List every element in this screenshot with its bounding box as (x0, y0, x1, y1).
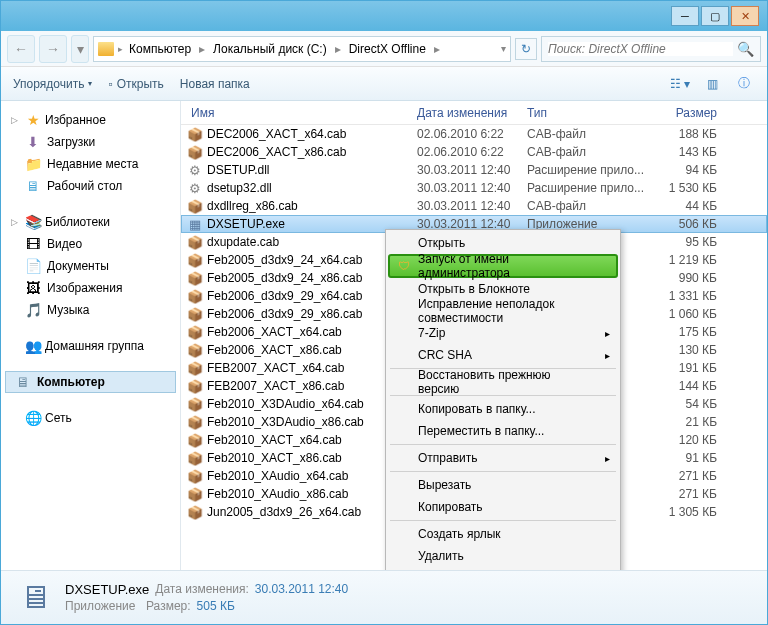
file-size: 94 КБ (657, 163, 717, 177)
search-input[interactable] (548, 42, 733, 56)
homegroup-icon: 👥 (25, 338, 41, 354)
computer-icon: 🖥 (15, 374, 31, 390)
homegroup[interactable]: 👥Домашняя группа (5, 335, 176, 357)
close-button[interactable]: ✕ (731, 6, 759, 26)
file-name: dsetup32.dll (207, 181, 417, 195)
music-icon: 🎵 (25, 302, 41, 318)
help-button[interactable]: ⓘ (733, 75, 755, 93)
file-row[interactable]: 📦DEC2006_XACT_x64.cab02.06.2010 6:22CAB-… (181, 125, 767, 143)
sidebar-item-music[interactable]: 🎵Музыка (5, 299, 176, 321)
breadcrumb[interactable]: DirectX Offline (347, 42, 428, 56)
navigation-bar: ← → ▾ ▸ Компьютер ▸ Локальный диск (C:) … (1, 31, 767, 67)
new-folder-button[interactable]: Новая папка (180, 77, 250, 91)
sidebar-item-downloads[interactable]: ⬇Загрузки (5, 131, 176, 153)
recent-icon: 📁 (25, 156, 41, 172)
breadcrumb[interactable]: Локальный диск (C:) (211, 42, 329, 56)
ctx-open[interactable]: Открыть (388, 232, 618, 254)
cab-icon: 📦 (187, 252, 203, 268)
details-date-label: Дата изменения: (155, 582, 249, 597)
ctx-cut[interactable]: Вырезать (388, 474, 618, 496)
col-name[interactable]: Имя (187, 106, 417, 120)
star-icon: ★ (25, 112, 41, 128)
libraries-group[interactable]: ▷📚Библиотеки (5, 211, 176, 233)
file-type: Расширение прило... (527, 163, 657, 177)
ctx-move-to[interactable]: Переместить в папку... (388, 420, 618, 442)
file-row[interactable]: 📦dxdllreg_x86.cab30.03.2011 12:40CAB-фай… (181, 197, 767, 215)
cab-icon: 📦 (187, 342, 203, 358)
cab-icon: 📦 (187, 360, 203, 376)
file-name: dxdllreg_x86.cab (207, 199, 417, 213)
ctx-crc[interactable]: CRC SHA (388, 344, 618, 366)
cab-icon: 📦 (187, 198, 203, 214)
organize-button[interactable]: Упорядочить (13, 77, 92, 91)
open-button[interactable]: ▫Открыть (108, 77, 163, 91)
maximize-button[interactable]: ▢ (701, 6, 729, 26)
details-size-label: Размер: (146, 599, 191, 613)
favorites-group[interactable]: ▷★Избранное (5, 109, 176, 131)
folder-icon (98, 42, 114, 56)
file-size: 95 КБ (657, 235, 717, 249)
file-size: 1 219 КБ (657, 253, 717, 267)
details-filename: DXSETUP.exe (65, 582, 149, 597)
ctx-send-to[interactable]: Отправить (388, 447, 618, 469)
details-size: 505 КБ (197, 599, 235, 613)
context-menu: Открыть 🛡Запуск от имени администратора … (385, 229, 621, 570)
file-type: CAB-файл (527, 199, 657, 213)
chevron-right-icon: ▸ (432, 42, 442, 56)
ctx-shortcut[interactable]: Создать ярлык (388, 523, 618, 545)
ctx-7zip[interactable]: 7-Zip (388, 322, 618, 344)
file-size: 1 530 КБ (657, 181, 717, 195)
details-type: Приложение (65, 599, 140, 613)
file-row[interactable]: 📦DEC2006_XACT_x86.cab02.06.2010 6:22CAB-… (181, 143, 767, 161)
refresh-button[interactable]: ↻ (515, 38, 537, 60)
col-date[interactable]: Дата изменения (417, 106, 527, 120)
back-button[interactable]: ← (7, 35, 35, 63)
navigation-pane: ▷★Избранное ⬇Загрузки 📁Недавние места 🖥Р… (1, 101, 181, 570)
sidebar-item-network[interactable]: 🌐Сеть (5, 407, 176, 429)
exe-icon: ▦ (187, 216, 203, 232)
document-icon: 📄 (25, 258, 41, 274)
ctx-copy[interactable]: Копировать (388, 496, 618, 518)
separator (390, 444, 616, 445)
file-row[interactable]: ⚙dsetup32.dll30.03.2011 12:40Расширение … (181, 179, 767, 197)
ctx-run-as-admin[interactable]: 🛡Запуск от имени администратора (388, 254, 618, 278)
minimize-button[interactable]: ─ (671, 6, 699, 26)
cab-icon: 📦 (187, 396, 203, 412)
sidebar-item-recent[interactable]: 📁Недавние места (5, 153, 176, 175)
file-date: 30.03.2011 12:40 (417, 163, 527, 177)
ctx-copy-to[interactable]: Копировать в папку... (388, 398, 618, 420)
ctx-rename[interactable]: Переименовать (388, 567, 618, 570)
cab-icon: 📦 (187, 432, 203, 448)
search-box[interactable]: 🔍 (541, 36, 761, 62)
sidebar-item-desktop[interactable]: 🖥Рабочий стол (5, 175, 176, 197)
file-date: 02.06.2010 6:22 (417, 127, 527, 141)
address-bar[interactable]: ▸ Компьютер ▸ Локальный диск (C:) ▸ Dire… (93, 36, 511, 62)
separator (390, 520, 616, 521)
cab-icon: 📦 (187, 450, 203, 466)
network-icon: 🌐 (25, 410, 41, 426)
file-row[interactable]: ⚙DSETUP.dll30.03.2011 12:40Расширение пр… (181, 161, 767, 179)
col-size[interactable]: Размер (657, 106, 717, 120)
col-type[interactable]: Тип (527, 106, 657, 120)
file-date: 30.03.2011 12:40 (417, 199, 527, 213)
sidebar-item-computer[interactable]: 🖥Компьютер (5, 371, 176, 393)
cab-icon: 📦 (187, 486, 203, 502)
forward-button[interactable]: → (39, 35, 67, 63)
recent-dropdown[interactable]: ▾ (71, 35, 89, 63)
details-date: 30.03.2011 12:40 (255, 582, 348, 597)
preview-pane-button[interactable]: ▥ (701, 75, 723, 93)
breadcrumb[interactable]: Компьютер (127, 42, 193, 56)
file-size: 54 КБ (657, 397, 717, 411)
cab-icon: 📦 (187, 126, 203, 142)
file-size: 143 КБ (657, 145, 717, 159)
cab-icon: 📦 (187, 270, 203, 286)
ctx-delete[interactable]: Удалить (388, 545, 618, 567)
view-mode-button[interactable]: ☷ ▾ (669, 75, 691, 93)
sidebar-item-pictures[interactable]: 🖼Изображения (5, 277, 176, 299)
sidebar-item-videos[interactable]: 🎞Видео (5, 233, 176, 255)
ctx-restore[interactable]: Восстановить прежнюю версию (388, 371, 618, 393)
file-name: DSETUP.dll (207, 163, 417, 177)
sidebar-item-documents[interactable]: 📄Документы (5, 255, 176, 277)
ctx-compat[interactable]: Исправление неполадок совместимости (388, 300, 618, 322)
file-size: 144 КБ (657, 379, 717, 393)
